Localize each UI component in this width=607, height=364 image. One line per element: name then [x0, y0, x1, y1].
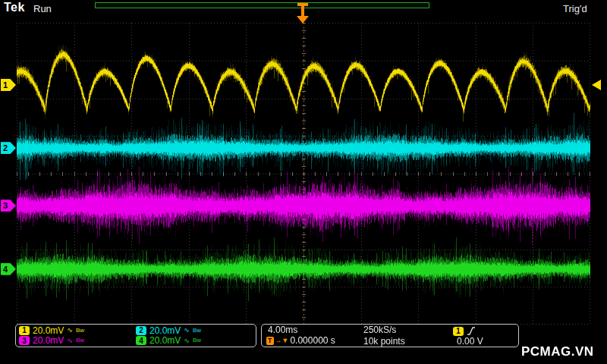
channel-scale-3: 20.0mV — [33, 336, 64, 345]
channel-scale-1: 20.0mV — [33, 326, 64, 335]
time-per-div: 4.00ms — [268, 325, 297, 335]
horizontal-readout-box: 4.00ms 250kS/s T →▼ 0.000000 s 10k point… — [261, 324, 519, 347]
channel-badge-4: 4 — [136, 336, 146, 345]
trigger-time-value: 0.000000 s — [290, 336, 335, 346]
channel-badge-3: 3 — [19, 336, 30, 345]
channel-marker-4: 4 — [1, 263, 16, 275]
bandwidth-icon-3: Bw — [76, 337, 84, 344]
coupling-icon-2: ∿ — [184, 327, 190, 334]
trigger-status: Trig'd — [563, 3, 587, 14]
channel-badge-1: 1 — [19, 326, 30, 335]
channel-readout-1: 1 20.0mV ∿ Bw — [19, 325, 136, 335]
channel-readout-3: 3 20.0mV ∿ Bw — [19, 336, 136, 346]
channel-scale-2: 20.0mV — [149, 326, 181, 335]
coupling-icon-1: ∿ — [67, 327, 73, 334]
trigger-level: 0.00 V — [457, 337, 483, 347]
trigger-source-readout: 1 — [453, 326, 476, 336]
vertical-readout-box: 1 20.0mV ∿ Bw 2 20.0mV ∿ Bw 3 20.0mV ∿ B… — [15, 324, 256, 347]
coupling-icon-4: ∿ — [184, 337, 190, 344]
tek-logo: Tek — [4, 1, 25, 14]
graticule-canvas — [17, 23, 590, 325]
trigger-source-badge: 1 — [453, 327, 464, 336]
trigger-time-readout: T →▼ 0.000000 s — [266, 336, 335, 346]
channel-marker-3: 3 — [1, 199, 16, 212]
watermark: PCMAG.VN — [521, 344, 594, 359]
channel-marker-2: 2 — [1, 142, 16, 154]
trigger-t-stem — [301, 6, 304, 16]
trigger-arrows-icon: →▼ — [275, 336, 289, 346]
trigger-slope-icon — [467, 326, 476, 336]
acquisition-record-bar — [95, 2, 429, 8]
bandwidth-icon-1: Bw — [76, 328, 84, 334]
trigger-t-icon: T — [266, 337, 274, 345]
record-length: 10k points — [363, 337, 405, 347]
trigger-position-marker — [297, 3, 309, 24]
coupling-icon-3: ∿ — [67, 337, 73, 344]
trigger-down-arrow-icon — [297, 16, 309, 24]
channel-badge-2: 2 — [136, 326, 146, 335]
channel-readout-2: 2 20.0mV ∿ Bw — [136, 325, 253, 335]
acquisition-status: Run — [33, 3, 52, 14]
channel-scale-4: 20.0mV — [149, 336, 181, 345]
trigger-level-arrow — [592, 80, 601, 90]
channel-marker-1: 1 — [1, 79, 16, 91]
bandwidth-icon-4: Bw — [193, 337, 201, 344]
channel-readout-4: 4 20.0mV ∿ Bw — [136, 336, 253, 346]
bandwidth-icon-2: Bw — [193, 328, 201, 334]
oscilloscope-screen: Tek Run Trig'd 1 2 3 4 1 20.0mV ∿ Bw 2 2… — [0, 0, 607, 364]
sample-rate: 250kS/s — [363, 325, 396, 335]
